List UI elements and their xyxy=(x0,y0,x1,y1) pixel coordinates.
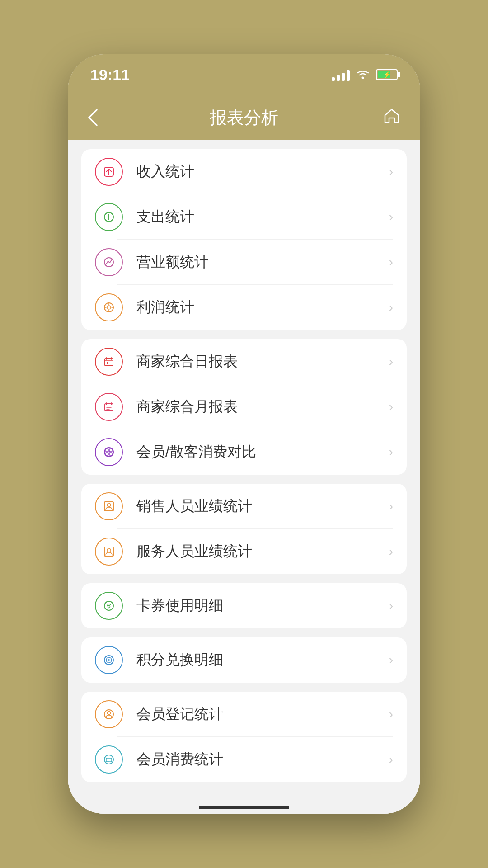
svg-point-19 xyxy=(108,606,110,608)
menu-group-1: 收入统计 › 支出统计 › xyxy=(81,149,407,330)
svg-point-15 xyxy=(107,503,111,507)
income-icon xyxy=(95,158,123,186)
menu-item-member-consume[interactable]: 会员消费统计 › xyxy=(81,737,407,782)
member-register-label: 会员登记统计 xyxy=(136,704,389,724)
member-consume-label: 会员消费统计 xyxy=(136,750,389,769)
svg-point-24 xyxy=(108,712,111,715)
svg-point-5 xyxy=(107,306,111,309)
member-compare-label: 会员/散客消费对比 xyxy=(136,442,389,462)
nav-bar: 报表分析 xyxy=(68,95,420,140)
menu-item-member-compare[interactable]: 会员/散客消费对比 › xyxy=(81,429,407,475)
member-register-icon xyxy=(95,700,123,728)
sales-perf-label: 销售人员业绩统计 xyxy=(136,496,389,516)
menu-group-5: 积分兑换明细 › xyxy=(81,637,407,683)
menu-group-6: 会员登记统计 › 会员消费统计 › xyxy=(81,692,407,782)
page-title: 报表分析 xyxy=(210,106,278,129)
expense-chevron: › xyxy=(389,210,393,224)
menu-group-2: 商家综合日报表 › 商家综合月报表 › xyxy=(81,339,407,475)
member-consume-icon xyxy=(95,745,123,774)
sales-perf-icon xyxy=(95,492,123,520)
service-perf-chevron: › xyxy=(389,544,393,559)
sales-perf-chevron: › xyxy=(389,499,393,514)
member-consume-chevron: › xyxy=(389,752,393,767)
svg-point-0 xyxy=(362,77,364,79)
member-compare-chevron: › xyxy=(389,445,393,459)
revenue-icon xyxy=(95,248,123,276)
status-time: 19:11 xyxy=(90,66,130,84)
card-detail-chevron: › xyxy=(389,599,393,613)
menu-item-card-detail[interactable]: 卡券使用明细 › xyxy=(81,583,407,628)
status-icons: ⚡ xyxy=(332,68,398,81)
svg-point-22 xyxy=(108,659,110,661)
income-label: 收入统计 xyxy=(136,162,389,182)
menu-item-daily-report[interactable]: 商家综合日报表 › xyxy=(81,339,407,384)
svg-rect-6 xyxy=(105,359,113,366)
home-button[interactable] xyxy=(383,107,400,128)
points-detail-icon xyxy=(95,646,123,674)
menu-group-3: 销售人员业绩统计 › 服务人员业绩统计 › xyxy=(81,484,407,574)
signal-icon xyxy=(332,68,350,81)
service-perf-label: 服务人员业绩统计 xyxy=(136,542,389,561)
member-register-chevron: › xyxy=(389,707,393,722)
svg-rect-12 xyxy=(106,453,108,455)
profit-label: 利润统计 xyxy=(136,297,389,317)
back-button[interactable] xyxy=(88,109,98,126)
points-detail-label: 积分兑换明细 xyxy=(136,650,389,670)
profit-chevron: › xyxy=(389,300,393,315)
menu-item-profit[interactable]: 利润统计 › xyxy=(81,285,407,330)
menu-item-service-perf[interactable]: 服务人员业绩统计 › xyxy=(81,529,407,574)
status-bar: 19:11 ⚡ xyxy=(68,54,420,95)
svg-point-17 xyxy=(107,548,111,552)
svg-rect-10 xyxy=(106,449,108,452)
home-indicator xyxy=(199,806,289,809)
monthly-report-chevron: › xyxy=(389,400,393,414)
menu-item-member-register[interactable]: 会员登记统计 › xyxy=(81,692,407,737)
revenue-chevron: › xyxy=(389,255,393,269)
svg-rect-13 xyxy=(109,453,112,455)
svg-rect-11 xyxy=(109,449,112,452)
service-perf-icon xyxy=(95,538,123,566)
menu-item-sales-perf[interactable]: 销售人员业绩统计 › xyxy=(81,484,407,529)
wifi-icon xyxy=(356,69,370,80)
profit-icon xyxy=(95,293,123,321)
content-area: 收入统计 › 支出统计 › xyxy=(68,140,420,791)
expense-label: 支出统计 xyxy=(136,207,389,227)
member-compare-icon xyxy=(95,438,123,466)
phone-frame: 19:11 ⚡ 报表分析 xyxy=(68,54,420,814)
card-detail-icon xyxy=(95,592,123,620)
daily-report-label: 商家综合日报表 xyxy=(136,352,389,372)
bottom-bar xyxy=(68,791,420,814)
menu-item-revenue[interactable]: 营业额统计 › xyxy=(81,240,407,285)
menu-item-expense[interactable]: 支出统计 › xyxy=(81,194,407,240)
monthly-report-label: 商家综合月报表 xyxy=(136,397,389,417)
income-chevron: › xyxy=(389,165,393,179)
menu-group-4: 卡券使用明细 › xyxy=(81,583,407,628)
monthly-report-icon xyxy=(95,393,123,421)
svg-point-25 xyxy=(104,755,113,764)
menu-item-monthly-report[interactable]: 商家综合月报表 › xyxy=(81,384,407,429)
revenue-label: 营业额统计 xyxy=(136,252,389,272)
svg-rect-7 xyxy=(107,362,108,364)
menu-item-income[interactable]: 收入统计 › xyxy=(81,149,407,194)
daily-report-icon xyxy=(95,348,123,376)
battery-icon: ⚡ xyxy=(376,69,398,80)
expense-icon xyxy=(95,203,123,231)
card-detail-label: 卡券使用明细 xyxy=(136,596,389,616)
points-detail-chevron: › xyxy=(389,653,393,667)
daily-report-chevron: › xyxy=(389,354,393,369)
menu-item-points-detail[interactable]: 积分兑换明细 › xyxy=(81,637,407,683)
